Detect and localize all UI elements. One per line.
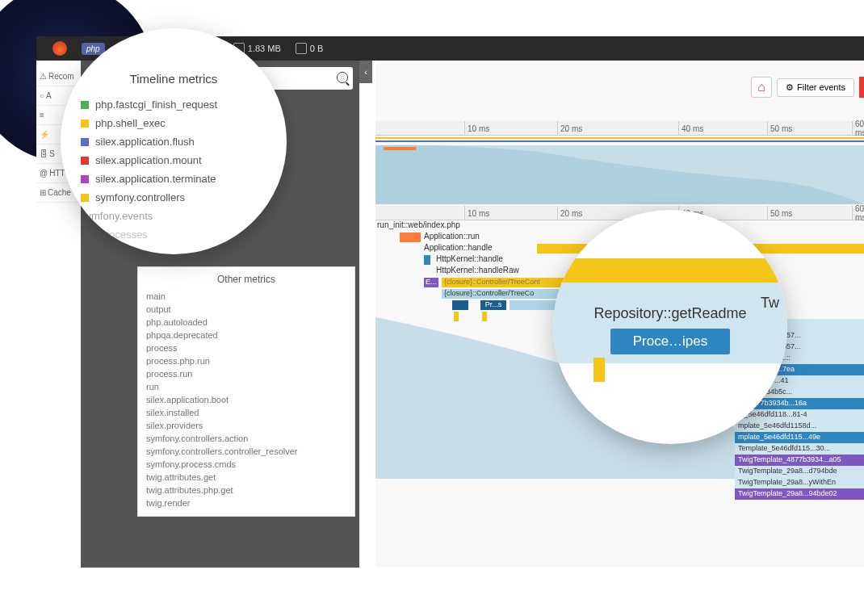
ruler-top: 10 ms20 ms40 ms50 ms60 ms [375, 121, 864, 136]
trace-closure[interactable]: {closure}::Controller/TreeCont [442, 278, 579, 287]
metric-item[interactable]: symfony.controllers.controller_resolver [138, 445, 354, 458]
metric-item[interactable]: twig.render [138, 497, 354, 509]
metric-item[interactable]: output [138, 303, 354, 316]
collapse-toggle[interactable]: ‹ [359, 61, 372, 83]
home-button[interactable]: ⌂ [751, 77, 772, 98]
sidebar-item[interactable]: ⚠ Recom [36, 67, 81, 86]
other-metrics-title: Other metrics [138, 274, 354, 285]
svg-rect-1 [375, 140, 864, 142]
magnifier-metrics: ch Timeline metrics php.fastcgi_finish_r… [61, 28, 287, 254]
net-metric: 0 B [296, 43, 324, 54]
color-swatch [81, 194, 89, 202]
filter-events-button[interactable]: ⚙Filter events [777, 78, 854, 97]
color-swatch [81, 138, 89, 146]
twig-label: Tw [761, 295, 779, 312]
trace-method-label: Repository::getReadme [593, 305, 746, 322]
ruler-tick: 10 ms [464, 121, 489, 136]
color-swatch [81, 157, 89, 165]
ruler-tick: 10 ms [464, 206, 489, 220]
twig-template-row[interactable]: mplate_5e46dfd115...49e [735, 432, 864, 443]
metric-item[interactable]: symfony.controllers.action [138, 432, 354, 445]
metric-item[interactable]: silex.application.mount [81, 151, 266, 170]
ruler-bottom: 10 ms20 ms40 ms50 ms60 ms [375, 206, 864, 220]
overview-wave[interactable] [375, 136, 864, 204]
twig-template-row[interactable]: Template_5e46dfd115...30... [735, 443, 864, 455]
trace-root[interactable]: run_init::web/index.php [377, 220, 460, 229]
metric-item[interactable]: main [138, 290, 354, 303]
metric-item[interactable]: symfony.process.cmds [138, 458, 354, 471]
metric-item[interactable]: run [138, 380, 354, 393]
ruler-tick: 60 ms [852, 206, 864, 220]
trace-event[interactable]: E... [424, 278, 438, 287]
network-icon [296, 43, 307, 54]
twig-template-row[interactable]: TwigTemplate_29a8...94bde02 [735, 488, 864, 500]
trace-row-label[interactable]: Application::handle [424, 243, 493, 252]
ruler-tick: 60 ms [852, 121, 864, 136]
metric-item[interactable]: php.shell_exec [81, 114, 266, 132]
metric-item[interactable]: symfony.events [81, 207, 266, 225]
ruler-tick: 40 ms [678, 121, 703, 136]
filter-icon: ⚙ [786, 82, 794, 93]
metric-item[interactable]: process [138, 342, 354, 354]
search-icon [337, 72, 348, 83]
twig-template-row[interactable]: mplate_5e46dfd1158d... [735, 421, 864, 432]
php-badge: php [82, 43, 105, 55]
metric-item[interactable]: php.autoloaded [138, 316, 354, 329]
trace-process-bar[interactable]: Proce…ipes [610, 329, 731, 354]
metric-item[interactable]: symfony.controllers [81, 188, 266, 207]
ruler-tick: 50 ms [767, 206, 792, 220]
search-text: ch [81, 52, 266, 65]
trace-row-label[interactable]: HttpKernel::handle [436, 254, 503, 263]
ruler-tick: 50 ms [767, 121, 792, 136]
home-icon: ⌂ [757, 80, 765, 94]
twig-template-row[interactable]: TwigTemplate_4877b3934...a05 [735, 455, 864, 466]
metric-item[interactable]: process.run [138, 367, 354, 380]
twig-template-row[interactable]: TwigTemplate_29a8...d794bde [735, 466, 864, 477]
metric-item[interactable]: process.php.run [138, 354, 354, 367]
svg-rect-0 [375, 137, 864, 139]
trace-process[interactable]: Pr...s [480, 300, 506, 310]
metric-item[interactable]: silex.application.boot [138, 393, 354, 406]
other-metrics-panel: Other metrics mainoutputphp.autoloadedph… [137, 266, 355, 517]
trace-row-label[interactable]: HttpKernel::handleRaw [436, 266, 519, 274]
metric-item[interactable]: php.fastcgi_finish_request [81, 95, 266, 114]
flame-icon [52, 41, 67, 56]
metric-item[interactable]: silex.application.terminate [81, 170, 266, 188]
twig-template-row[interactable]: TwigTemplate_29a8...yWithEn [735, 477, 864, 488]
magnifier-trace: Repository::getReadme Tw Proce…ipes [553, 210, 787, 444]
twig-template-row[interactable]: te_5e46dfd118...81-4 [735, 409, 864, 421]
ruler-tick: 20 ms [557, 206, 582, 220]
metric-item[interactable]: silex.application.flush [81, 132, 266, 151]
trace-row-label[interactable]: Application::run [424, 232, 480, 241]
color-swatch [81, 101, 89, 109]
record-button[interactable] [859, 77, 864, 98]
shell-exec-bar [593, 358, 605, 382]
color-swatch [81, 175, 89, 183]
timeline-metrics-title: Timeline metrics [81, 72, 266, 86]
svg-rect-2 [384, 147, 416, 150]
metric-item[interactable]: silex.providers [138, 419, 354, 432]
ruler-tick: 20 ms [557, 121, 582, 136]
metric-item[interactable]: silex.installed [138, 406, 354, 419]
metric-item[interactable]: twig.attributes.get [138, 471, 354, 484]
color-swatch [81, 119, 89, 128]
metric-item[interactable]: phpqa.deprecated [138, 329, 354, 342]
metric-item[interactable]: twig.attributes.php.get [138, 484, 354, 497]
